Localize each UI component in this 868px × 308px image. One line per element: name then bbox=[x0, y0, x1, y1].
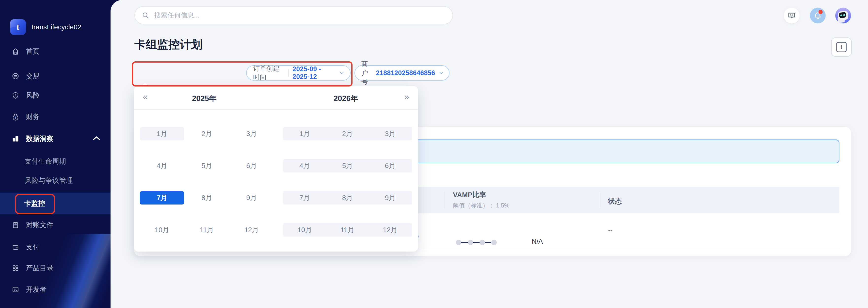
filter-value: 2188120258646856 bbox=[376, 69, 435, 77]
sidebar-item-label: 财务 bbox=[26, 112, 40, 121]
range-slider[interactable] bbox=[456, 240, 497, 245]
sidebar-item-transactions[interactable]: 交易 bbox=[0, 69, 111, 84]
robot-icon bbox=[838, 10, 848, 21]
month-row-2026-q1: 1月 2月 3月 bbox=[283, 127, 412, 140]
column-vamp-ratio: VAMP比率 bbox=[453, 190, 486, 200]
sidebar-item-label: 数据洞察 bbox=[26, 134, 54, 143]
sidebar-item-finance[interactable]: $ 财务 bbox=[0, 109, 111, 124]
home-icon bbox=[11, 48, 20, 55]
month-cell-2026-07[interactable]: 7月 bbox=[283, 191, 326, 204]
logo-letter: t bbox=[17, 22, 19, 32]
finance-moneybag-icon: $ bbox=[11, 113, 20, 121]
sidebar-item-developer[interactable]: 开发者 bbox=[0, 282, 111, 297]
notification-badge bbox=[818, 10, 823, 14]
slider-dot[interactable] bbox=[479, 240, 485, 245]
brand-name: transLifecycle02 bbox=[32, 23, 81, 31]
filter-value: 2025-09 - 2025-12 bbox=[292, 65, 335, 81]
month-cell-2025-12[interactable]: 12月 bbox=[229, 223, 274, 236]
divider bbox=[288, 69, 289, 77]
sidebar-item-card-monitor[interactable]: 卡监控 bbox=[0, 193, 111, 214]
developer-terminal-icon bbox=[11, 286, 20, 293]
sidebar-item-reconciliation[interactable]: 对账文件 bbox=[0, 218, 111, 232]
notifications-button[interactable] bbox=[810, 8, 826, 23]
sidebar-item-risk[interactable]: 风险 bbox=[0, 88, 111, 103]
month-cell-2026-12[interactable]: 12月 bbox=[369, 223, 412, 236]
month-cell-2025-08[interactable]: 8月 bbox=[185, 191, 229, 204]
date-range-calendar-popup: « 2025年 2026年 » 1月 2月 3月 4月 5月 6月 7月 8月 … bbox=[134, 86, 418, 252]
filter-merchant-id[interactable]: 商户号 2188120258646856 bbox=[354, 65, 450, 81]
month-cell-2026-05[interactable]: 5月 bbox=[326, 159, 369, 172]
slider-segment bbox=[485, 242, 491, 243]
chevron-down-icon bbox=[438, 70, 444, 76]
month-cell-2025-02[interactable]: 2月 bbox=[185, 127, 229, 140]
feedback-chat-button[interactable] bbox=[784, 8, 800, 23]
sidebar-item-risk-dispute[interactable]: 风险与争议管理 bbox=[0, 173, 111, 188]
sidebar-item-home[interactable]: 首页 bbox=[0, 44, 111, 59]
chat-smiley-icon bbox=[787, 11, 796, 20]
month-cell-2025-05[interactable]: 5月 bbox=[185, 159, 229, 172]
info-icon: i bbox=[836, 42, 846, 52]
month-cell-2025-07-selected[interactable]: 7月 bbox=[140, 191, 184, 204]
info-button[interactable]: i bbox=[831, 37, 852, 57]
app-logo: t bbox=[10, 19, 26, 35]
sidebar-item-label: 支付 bbox=[26, 243, 40, 252]
sidebar-item-catalog[interactable]: 产品目录 bbox=[0, 261, 111, 276]
row-status-value: -- bbox=[608, 226, 613, 234]
calendar-right-year: 2026年 bbox=[329, 93, 363, 104]
slider-segment bbox=[473, 242, 479, 243]
risk-shield-icon bbox=[11, 91, 20, 99]
global-search[interactable] bbox=[134, 6, 453, 24]
slider-dot[interactable] bbox=[491, 240, 497, 245]
month-cell-2025-11[interactable]: 11月 bbox=[185, 223, 229, 236]
month-cell-2025-04[interactable]: 4月 bbox=[140, 159, 184, 172]
sidebar-item-label: 对账文件 bbox=[26, 220, 54, 230]
slider-dot[interactable] bbox=[456, 240, 461, 245]
month-cell-2026-08[interactable]: 8月 bbox=[326, 191, 369, 204]
month-cell-2025-10[interactable]: 10月 bbox=[140, 223, 184, 236]
calendar-left-year: 2025年 bbox=[187, 93, 222, 104]
month-cell-2025-03[interactable]: 3月 bbox=[229, 127, 274, 140]
row-vamp-value: N/A bbox=[532, 238, 543, 245]
sidebar-item-label: 交易 bbox=[26, 72, 40, 81]
page-title: 卡组监控计划 bbox=[134, 37, 203, 52]
sidebar-item-label: 开发者 bbox=[26, 285, 46, 294]
column-divider bbox=[444, 192, 445, 208]
month-row-2026-q2: 4月 5月 6月 bbox=[283, 159, 412, 172]
month-cell-2025-01[interactable]: 1月 bbox=[140, 127, 184, 140]
sidebar-item-label: 首页 bbox=[26, 47, 40, 56]
search-input[interactable] bbox=[154, 11, 445, 20]
assistant-avatar[interactable] bbox=[835, 8, 851, 23]
month-cell-2026-10[interactable]: 10月 bbox=[283, 223, 326, 236]
filter-order-create-time[interactable]: 订单创建时间 2025-09 - 2025-12 bbox=[246, 65, 350, 81]
catalog-grid-icon bbox=[11, 264, 20, 272]
sidebar-item-payments[interactable]: 支付 bbox=[0, 240, 111, 255]
month-row-2026-q4: 10月 11月 12月 bbox=[283, 223, 412, 236]
month-cell-2026-01[interactable]: 1月 bbox=[283, 127, 326, 140]
month-cell-2026-03[interactable]: 3月 bbox=[369, 127, 412, 140]
month-cell-2025-09[interactable]: 9月 bbox=[229, 191, 274, 204]
calendar-prev-button[interactable]: « bbox=[143, 92, 148, 101]
sidebar-item-label: 卡监控 bbox=[24, 199, 45, 208]
column-divider bbox=[600, 192, 600, 208]
month-cell-2026-09[interactable]: 9月 bbox=[369, 191, 412, 204]
month-cell-2026-02[interactable]: 2月 bbox=[326, 127, 369, 140]
sidebar-item-label: 风险 bbox=[26, 91, 40, 100]
sidebar-item-label: 产品目录 bbox=[26, 263, 54, 273]
chevron-up-icon[interactable] bbox=[92, 135, 101, 141]
payments-wallet-icon bbox=[11, 243, 20, 251]
sidebar-item-label: 风险与争议管理 bbox=[25, 176, 73, 185]
reconciliation-clipboard-icon bbox=[11, 221, 20, 229]
column-status: 状态 bbox=[608, 197, 622, 206]
month-cell-2026-06[interactable]: 6月 bbox=[369, 159, 412, 172]
month-cell-2026-11[interactable]: 11月 bbox=[326, 223, 369, 236]
app-screen: t transLifecycle02 首页 交易 风险 $ 财务 bbox=[0, 0, 868, 308]
calendar-header-divider bbox=[134, 109, 418, 110]
sidebar-item-payment-lifecycle[interactable]: 支付生命周期 bbox=[0, 154, 111, 169]
calendar-next-button[interactable]: » bbox=[404, 92, 409, 101]
month-cell-2026-04[interactable]: 4月 bbox=[283, 159, 326, 172]
month-cell-2025-06[interactable]: 6月 bbox=[229, 159, 274, 172]
slider-segment bbox=[461, 242, 468, 243]
slider-dot[interactable] bbox=[468, 240, 473, 245]
filter-label: 订单创建时间 bbox=[253, 64, 284, 82]
filter-label: 商户号 bbox=[361, 60, 368, 86]
